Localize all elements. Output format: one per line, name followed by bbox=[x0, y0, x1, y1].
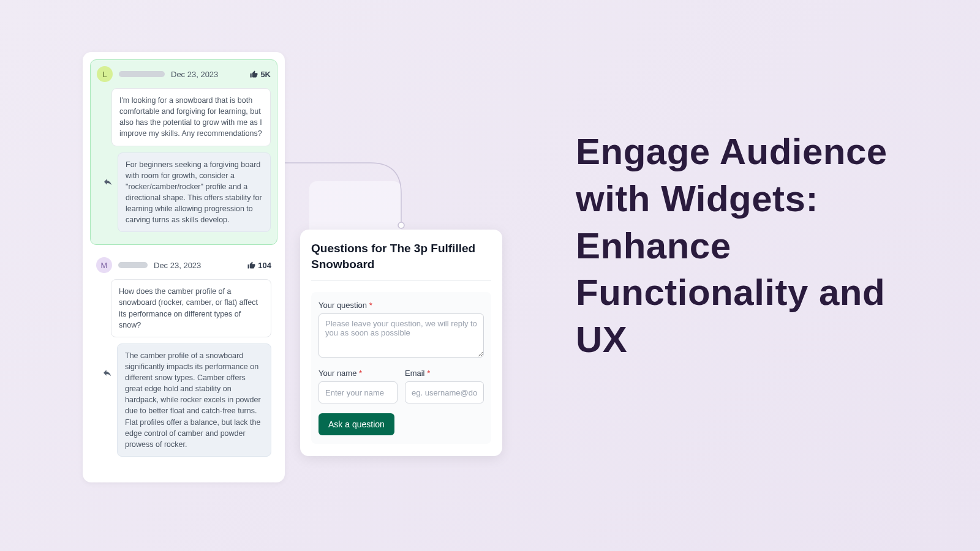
question-text: I'm looking for a snowboard that is both… bbox=[111, 88, 271, 146]
like-value: 104 bbox=[258, 261, 271, 270]
headline: Engage Audience with Widgets: Enhance Fu… bbox=[576, 129, 907, 364]
question-text: How does the camber profile of a snowboa… bbox=[111, 279, 271, 337]
name-input[interactable] bbox=[318, 381, 398, 403]
qa-item[interactable]: M Dec 23, 2023 104 How does the camber p… bbox=[90, 251, 277, 469]
qa-date: Dec 23, 2023 bbox=[154, 261, 201, 270]
thumb-up-icon bbox=[250, 70, 258, 78]
email-input[interactable] bbox=[405, 381, 484, 403]
email-label: Email * bbox=[405, 369, 484, 378]
qa-widget: L Dec 23, 2023 5K I'm looking for a snow… bbox=[83, 52, 285, 482]
question-label: Your question * bbox=[318, 301, 484, 310]
qa-item[interactable]: L Dec 23, 2023 5K I'm looking for a snow… bbox=[90, 59, 277, 245]
reply-icon bbox=[103, 177, 113, 189]
answer-text: The camber profile of a snowboard signif… bbox=[117, 343, 271, 457]
name-label: Your name * bbox=[318, 369, 398, 378]
username-placeholder bbox=[119, 71, 165, 77]
avatar: L bbox=[97, 66, 113, 82]
form-title: Questions for The 3p Fulfilled Snowboard bbox=[311, 241, 491, 281]
qa-date: Dec 23, 2023 bbox=[171, 70, 218, 79]
username-placeholder bbox=[118, 262, 148, 268]
avatar: M bbox=[96, 257, 112, 273]
reply-icon bbox=[102, 368, 112, 380]
question-form-card: Questions for The 3p Fulfilled Snowboard… bbox=[300, 230, 502, 456]
form-body: Your question * Your name * Email * Ask bbox=[311, 292, 491, 444]
qa-header: M Dec 23, 2023 104 bbox=[96, 257, 271, 273]
question-input[interactable] bbox=[318, 313, 484, 358]
ask-question-button[interactable]: Ask a question bbox=[318, 413, 394, 435]
like-count[interactable]: 5K bbox=[250, 70, 271, 79]
qa-header: L Dec 23, 2023 5K bbox=[97, 66, 271, 82]
like-value: 5K bbox=[260, 70, 271, 79]
answer-text: For beginners seeking a forgiving board … bbox=[118, 152, 271, 233]
thumb-up-icon bbox=[247, 261, 255, 269]
like-count[interactable]: 104 bbox=[247, 261, 271, 270]
